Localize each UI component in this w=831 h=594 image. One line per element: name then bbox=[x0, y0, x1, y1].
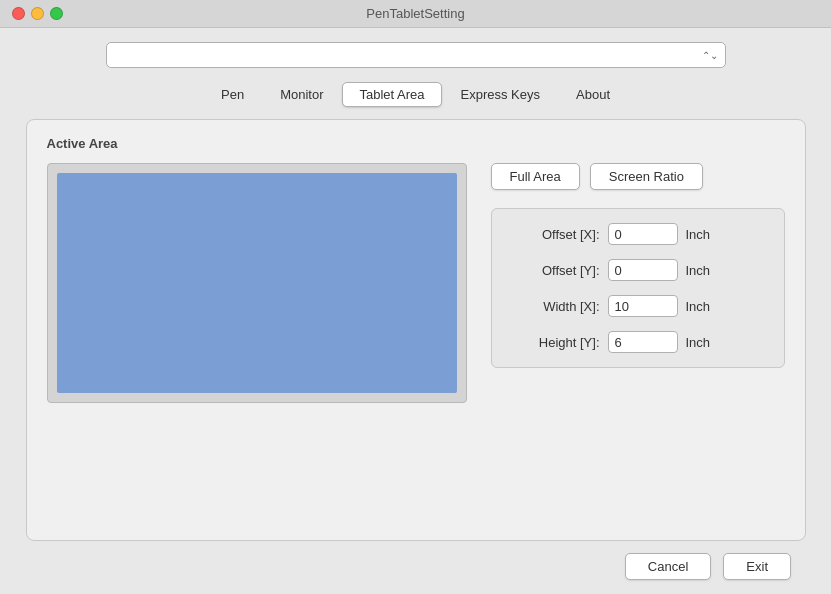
tablet-canvas bbox=[47, 163, 467, 403]
height-y-input[interactable] bbox=[608, 331, 678, 353]
tab-bar: Pen Monitor Tablet Area Express Keys Abo… bbox=[204, 82, 627, 107]
tab-monitor[interactable]: Monitor bbox=[263, 82, 340, 107]
device-select-wrapper: ⌃⌄ bbox=[106, 42, 726, 68]
full-area-button[interactable]: Full Area bbox=[491, 163, 580, 190]
height-y-unit: Inch bbox=[686, 335, 711, 350]
area-buttons: Full Area Screen Ratio bbox=[491, 163, 785, 190]
field-row-width-x: Width [X]: Inch bbox=[510, 295, 766, 317]
active-area-visual bbox=[57, 173, 457, 393]
window-controls bbox=[12, 7, 63, 20]
exit-button[interactable]: Exit bbox=[723, 553, 791, 580]
close-button[interactable] bbox=[12, 7, 25, 20]
panel-inner: Full Area Screen Ratio Offset [X]: Inch … bbox=[47, 163, 785, 524]
tab-about[interactable]: About bbox=[559, 82, 627, 107]
tab-express-keys[interactable]: Express Keys bbox=[444, 82, 557, 107]
width-x-input[interactable] bbox=[608, 295, 678, 317]
minimize-button[interactable] bbox=[31, 7, 44, 20]
width-x-unit: Inch bbox=[686, 299, 711, 314]
maximize-button[interactable] bbox=[50, 7, 63, 20]
fields-container: Offset [X]: Inch Offset [Y]: Inch Width … bbox=[491, 208, 785, 368]
offset-x-unit: Inch bbox=[686, 227, 711, 242]
right-controls: Full Area Screen Ratio Offset [X]: Inch … bbox=[491, 163, 785, 368]
offset-y-label: Offset [Y]: bbox=[510, 263, 600, 278]
offset-x-label: Offset [X]: bbox=[510, 227, 600, 242]
panel-title: Active Area bbox=[47, 136, 785, 151]
device-select[interactable] bbox=[106, 42, 726, 68]
field-row-height-y: Height [Y]: Inch bbox=[510, 331, 766, 353]
bottom-bar: Cancel Exit bbox=[20, 541, 811, 580]
width-x-label: Width [X]: bbox=[510, 299, 600, 314]
cancel-button[interactable]: Cancel bbox=[625, 553, 711, 580]
height-y-label: Height [Y]: bbox=[510, 335, 600, 350]
field-row-offset-y: Offset [Y]: Inch bbox=[510, 259, 766, 281]
window-title: PenTabletSetting bbox=[366, 6, 464, 21]
offset-y-unit: Inch bbox=[686, 263, 711, 278]
title-bar: PenTabletSetting bbox=[0, 0, 831, 28]
panel: Active Area Full Area Screen Ratio Offse… bbox=[26, 119, 806, 541]
main-content: ⌃⌄ Pen Monitor Tablet Area Express Keys … bbox=[0, 28, 831, 594]
offset-y-input[interactable] bbox=[608, 259, 678, 281]
screen-ratio-button[interactable]: Screen Ratio bbox=[590, 163, 703, 190]
tab-pen[interactable]: Pen bbox=[204, 82, 261, 107]
offset-x-input[interactable] bbox=[608, 223, 678, 245]
field-row-offset-x: Offset [X]: Inch bbox=[510, 223, 766, 245]
tab-tablet-area[interactable]: Tablet Area bbox=[342, 82, 441, 107]
